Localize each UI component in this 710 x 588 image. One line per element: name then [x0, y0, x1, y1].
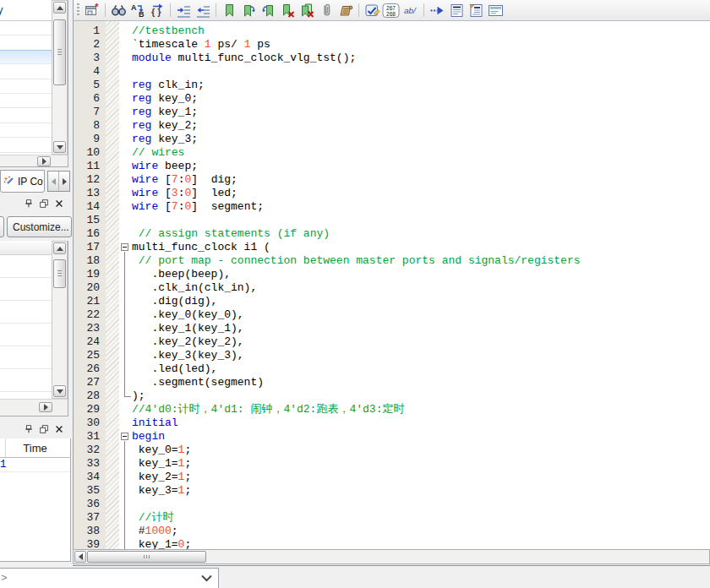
code-line[interactable]: multi_func_clock i1 ( — [119, 241, 710, 254]
float-pane-button[interactable] — [38, 199, 49, 210]
scrollbar-thumb[interactable] — [53, 259, 66, 288]
goto-button[interactable] — [428, 1, 446, 19]
code-editing-area[interactable]: //testbench`timescale 1 ps/ 1 psmodule m… — [119, 21, 710, 549]
message-row[interactable]: 1 — [0, 458, 70, 472]
code-line[interactable]: //testbench — [119, 24, 710, 38]
tab-scroll-left-button[interactable] — [48, 172, 58, 191]
navigator-vertical-scrollbar[interactable] — [52, 0, 68, 155]
editor-horizontal-scrollbar[interactable] — [73, 549, 710, 564]
code-line[interactable]: key_0=1; — [119, 444, 710, 457]
pin-button[interactable] — [23, 424, 34, 435]
previous-bookmark-button[interactable] — [259, 1, 277, 19]
find-button[interactable] — [109, 1, 128, 19]
navigator-row[interactable] — [0, 108, 52, 122]
macro-button[interactable] — [336, 1, 355, 19]
show-whitespace-button[interactable]: ab/ — [401, 1, 420, 19]
insert-bookmark-button[interactable] — [220, 1, 238, 19]
code-line[interactable]: `timescale 1 ps/ 1 ps — [119, 38, 710, 52]
bottom-collapsed-panel[interactable]: > — [0, 568, 219, 588]
navigator-horizontal-scrollbar[interactable] — [0, 155, 68, 166]
code-line[interactable]: wire [7:0] dig; — [119, 173, 710, 187]
code-line[interactable] — [119, 65, 710, 79]
scrollbar-thumb[interactable] — [87, 551, 206, 563]
tab-ip-components[interactable]: IP Co — [0, 170, 45, 193]
attach-button[interactable] — [317, 1, 336, 19]
code-line[interactable]: // assign statements (if any) — [119, 227, 710, 241]
line-numbers-button[interactable]: 267268 — [382, 1, 401, 19]
code-line[interactable]: .clk_in(clk_in), — [119, 281, 710, 295]
code-line[interactable]: key_1=0; — [119, 538, 710, 549]
code-line[interactable] — [119, 498, 710, 511]
code-line[interactable]: module multi_func_clock_vlg_tst(); — [119, 52, 710, 65]
code-line[interactable] — [119, 214, 710, 227]
decrease-indent-button[interactable] — [194, 1, 212, 19]
delete-bookmark-button[interactable] — [278, 1, 297, 19]
code-line[interactable]: // port map - connection between master … — [119, 254, 710, 268]
clipped-button-fragment[interactable] — [0, 216, 4, 237]
code-line[interactable]: .key_2(key_2), — [119, 335, 710, 349]
list-row[interactable] — [0, 301, 52, 324]
navigator-row[interactable] — [0, 79, 52, 94]
document-lines-button[interactable] — [447, 1, 466, 19]
next-bookmark-button[interactable] — [239, 1, 258, 19]
code-line[interactable]: ); — [119, 389, 710, 403]
code-line[interactable]: //4'd0:计时，4'd1: 闹钟，4'd2:跑表，4'd3:定时 — [119, 403, 710, 416]
list-vertical-scrollbar[interactable] — [52, 241, 68, 399]
code-line[interactable]: wire beep; — [119, 160, 710, 173]
pin-button[interactable] — [23, 199, 34, 210]
scroll-left-button[interactable] — [74, 551, 86, 563]
code-line[interactable]: // wires — [119, 146, 710, 160]
code-line[interactable]: initial — [119, 416, 710, 430]
fold-toggle[interactable] — [121, 433, 128, 440]
code-line[interactable]: key_3=1; — [119, 484, 710, 498]
list-row[interactable] — [0, 392, 52, 399]
bookmark-margin[interactable] — [106, 21, 119, 549]
code-line[interactable]: .segment(segment) — [119, 376, 710, 389]
code-line[interactable]: reg clk_in; — [119, 79, 710, 92]
code-line[interactable]: .key_1(key_1), — [119, 322, 710, 335]
scroll-right-button[interactable] — [39, 402, 52, 412]
list-row[interactable] — [0, 255, 52, 278]
code-line[interactable]: //计时 — [119, 511, 710, 525]
list-header[interactable] — [0, 241, 52, 255]
code-line[interactable]: .dig(dig), — [119, 295, 710, 308]
code-line[interactable]: reg key_0; — [119, 92, 710, 106]
document-edit-button[interactable] — [467, 1, 485, 19]
time-column-header[interactable]: Time — [0, 438, 70, 458]
chevron-down-icon[interactable] — [200, 574, 213, 582]
navigator-row[interactable] — [0, 35, 52, 50]
code-line[interactable]: .key_3(key_3), — [119, 349, 710, 362]
navigator-row[interactable] — [0, 94, 52, 108]
list-row[interactable] — [0, 346, 52, 369]
close-pane-button[interactable] — [53, 199, 64, 210]
code-line[interactable]: .key_0(key_0), — [119, 308, 710, 322]
customize-button[interactable]: Customize... — [7, 216, 72, 237]
tab-scroll-right-button[interactable] — [58, 172, 69, 191]
scroll-down-button[interactable] — [53, 141, 66, 153]
code-line[interactable]: .led(led), — [119, 362, 710, 376]
navigator-row[interactable] — [0, 50, 52, 64]
list-row[interactable] — [0, 324, 52, 346]
float-pane-button[interactable] — [38, 424, 49, 435]
fold-toggle[interactable] — [121, 243, 128, 251]
list-horizontal-scrollbar[interactable] — [0, 399, 68, 416]
list-row[interactable] — [0, 369, 52, 392]
code-line[interactable]: reg key_1; — [119, 106, 710, 119]
scrollbar-thumb[interactable] — [53, 19, 66, 85]
list-row[interactable] — [0, 278, 52, 301]
close-pane-button[interactable] — [53, 424, 64, 435]
code-line[interactable]: #1000; — [119, 525, 710, 538]
code-line[interactable]: wire [3:0] led; — [119, 187, 710, 200]
navigator-row[interactable] — [0, 64, 52, 79]
code-line[interactable]: key_2=1; — [119, 471, 710, 484]
scroll-up-button[interactable] — [53, 242, 66, 254]
document-header-button[interactable] — [486, 1, 505, 19]
replace-button[interactable]: AB — [128, 1, 147, 19]
code-line[interactable]: key_1=1; — [119, 457, 710, 471]
scroll-down-button[interactable] — [53, 385, 66, 397]
find-matching-delimiter-button[interactable]: { } — [148, 1, 167, 19]
editor-settings-button[interactable]: * — [83, 1, 101, 19]
delete-all-bookmarks-button[interactable] — [298, 1, 316, 19]
line-number-gutter[interactable]: 1234567891011121314151617181920212223242… — [73, 21, 106, 549]
spell-check-button[interactable] — [363, 1, 381, 19]
